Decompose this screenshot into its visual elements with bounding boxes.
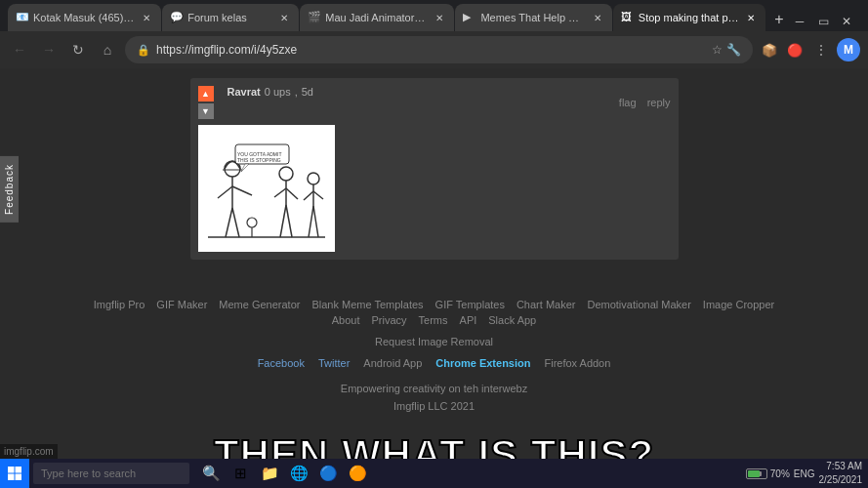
feedback-tab[interactable]: Feedback: [0, 156, 19, 223]
tab-close-2[interactable]: ✕: [277, 11, 291, 24]
tab-favicon-5: 🖼: [621, 11, 635, 24]
minimize-button[interactable]: ─: [790, 12, 809, 31]
tab-title-2: Forum kelas: [187, 12, 273, 23]
taskbar-icon-1[interactable]: 🔍: [197, 460, 225, 487]
post-image: YOU GOTTA ADMIT THIS IS STOPPING: [198, 125, 335, 252]
social-firefox[interactable]: Firefox Addon: [544, 357, 610, 369]
ext-icon-2[interactable]: 🔴: [784, 39, 806, 61]
footer-link-blank-meme[interactable]: Blank Meme Templates: [311, 299, 423, 310]
footer-link-meme-generator[interactable]: Meme Generator: [219, 299, 300, 310]
downvote-button[interactable]: ▼: [198, 103, 214, 119]
footer-link-privacy[interactable]: Privacy: [372, 314, 407, 326]
toolbar-icons: 📦 🔴 ⋮ M: [759, 38, 860, 61]
reply-link[interactable]: reply: [647, 97, 671, 108]
taskbar-right: 70% ENG 7:53 AM 2/25/2021: [746, 460, 868, 487]
restore-button[interactable]: ▭: [813, 12, 833, 31]
forward-button[interactable]: →: [37, 38, 61, 61]
home-button[interactable]: ⌂: [96, 38, 119, 61]
footer-social: Facebook Twitter Android App Chrome Exte…: [88, 357, 780, 369]
tab-3[interactable]: 🎬 Mau Jadi Animator? Yuk, Kuli... ✕: [300, 4, 454, 31]
taskbar-clock: 7:53 AM 2/25/2021: [819, 460, 863, 487]
svg-text:THIS IS STOPPING: THIS IS STOPPING: [237, 157, 281, 163]
more-options-button[interactable]: ⋮: [809, 38, 833, 61]
reload-button[interactable]: ↻: [66, 38, 90, 61]
footer-link-imgflip-pro[interactable]: Imgflip Pro: [94, 299, 145, 310]
svg-rect-30: [16, 474, 22, 481]
tab-close-1[interactable]: ✕: [140, 11, 153, 24]
taskbar-time-display: 7:53 AM: [819, 460, 863, 473]
upvote-button[interactable]: ▲: [198, 86, 214, 102]
social-facebook[interactable]: Facebook: [258, 357, 305, 369]
page-content: Feedback ▲ ▼ Ravrat 0 ups , 5d: [0, 68, 868, 488]
taskbar-icon-5[interactable]: 🔵: [314, 460, 342, 487]
footer-link-demotivational[interactable]: Demotivational Maker: [587, 299, 690, 310]
footer-request-removal[interactable]: Request Image Removal: [88, 336, 780, 347]
bookmark-icon[interactable]: ☆: [712, 43, 723, 57]
footer-link-gif-maker[interactable]: GIF Maker: [156, 299, 207, 310]
tab-title-3: Mau Jadi Animator? Yuk, Kuli...: [325, 12, 429, 23]
social-twitter[interactable]: Twitter: [318, 357, 350, 369]
profile-button[interactable]: M: [837, 38, 860, 61]
tab-close-3[interactable]: ✕: [433, 11, 446, 24]
address-right-icons: ☆ 🔧: [712, 43, 741, 57]
footer-link-gif-templates[interactable]: GIF Templates: [435, 299, 505, 310]
post-time: 5d: [302, 86, 313, 98]
taskbar: 🔍 ⊞ 📁 🌐 🔵 🟠 70% ENG 7:53 AM 2/25/2021: [0, 459, 868, 488]
battery-tip: [760, 471, 762, 476]
url-text: https://imgflip.com/i/4y5zxe: [156, 43, 706, 57]
taskbar-app-icons: 🔍 ⊞ 📁 🌐 🔵 🟠: [197, 460, 371, 487]
tab-favicon-3: 🎬: [308, 11, 321, 24]
extension-icon[interactable]: 🔧: [726, 43, 741, 57]
tab-1[interactable]: 📧 Kotak Masuk (465) - m.daffar... ✕: [8, 4, 161, 31]
tab-bar: 📧 Kotak Masuk (465) - m.daffar... ✕ 💬 Fo…: [0, 0, 868, 31]
start-button[interactable]: [0, 459, 29, 488]
social-chrome[interactable]: Chrome Extension: [435, 357, 530, 369]
battery-bar: [746, 468, 767, 479]
post-votes: 0 ups: [265, 86, 291, 98]
footer-link-chart-maker[interactable]: Chart Maker: [517, 299, 576, 310]
social-android[interactable]: Android App: [363, 357, 422, 369]
taskbar-date-display: 2/25/2021: [819, 473, 863, 487]
ext-icon-1[interactable]: 📦: [759, 39, 780, 61]
taskbar-icon-6[interactable]: 🟠: [344, 460, 371, 487]
tab-favicon-1: 📧: [16, 11, 29, 24]
lang-indicator: ENG: [794, 468, 815, 479]
svg-rect-29: [8, 474, 15, 481]
new-tab-button[interactable]: +: [770, 8, 788, 31]
footer-tagline: Empowering creativity on teh interwebz I…: [88, 381, 780, 415]
windows-logo-icon: [7, 466, 22, 481]
footer-link-terms[interactable]: Terms: [419, 314, 448, 326]
back-button[interactable]: ←: [8, 38, 31, 61]
tab-2[interactable]: 💬 Forum kelas ✕: [162, 4, 299, 31]
battery-indicator: 70%: [746, 468, 790, 479]
footer-link-image-cropper[interactable]: Image Cropper: [703, 299, 774, 310]
battery-fill: [748, 470, 761, 477]
svg-rect-27: [8, 467, 15, 473]
footer-link-slack-app[interactable]: Slack App: [488, 314, 536, 326]
post-header: ▲ ▼ Ravrat 0 ups , 5d flag reply: [198, 86, 671, 119]
battery-percent: 70%: [770, 468, 790, 479]
post-actions: flag reply: [611, 97, 671, 108]
close-browser-button[interactable]: ✕: [837, 12, 856, 31]
taskbar-icon-4[interactable]: 🌐: [285, 460, 312, 487]
address-bar[interactable]: 🔒 https://imgflip.com/i/4y5zxe ☆ 🔧: [125, 36, 753, 63]
flag-link[interactable]: flag: [619, 97, 637, 108]
tab-5[interactable]: 🖼 Stop making that posts - Img... ✕: [613, 4, 765, 31]
taskbar-icon-3[interactable]: 📁: [256, 460, 283, 487]
svg-rect-28: [16, 467, 22, 473]
tab-close-4[interactable]: ✕: [591, 11, 604, 24]
post-meta: Ravrat 0 ups , 5d: [227, 86, 313, 98]
browser-chrome: 📧 Kotak Masuk (465) - m.daffar... ✕ 💬 Fo…: [0, 0, 868, 68]
post-time-separator: ,: [295, 86, 298, 98]
footer-link-api[interactable]: API: [460, 314, 477, 326]
footer-links: Imgflip Pro GIF Maker Meme Generator Bla…: [88, 299, 780, 326]
taskbar-icon-2[interactable]: ⊞: [227, 460, 254, 487]
tab-4[interactable]: ▶ Memes That Help Me Sleep A... ✕: [455, 4, 611, 31]
main-content: ▲ ▼ Ravrat 0 ups , 5d flag reply: [0, 68, 868, 415]
tab-close-5[interactable]: ✕: [744, 11, 758, 24]
footer-link-about[interactable]: About: [332, 314, 360, 326]
post-author: Ravrat: [227, 86, 261, 98]
taskbar-search-input[interactable]: [33, 463, 189, 484]
vote-controls: ▲ ▼: [198, 86, 214, 119]
tab-title-4: Memes That Help Me Sleep A...: [480, 12, 586, 23]
